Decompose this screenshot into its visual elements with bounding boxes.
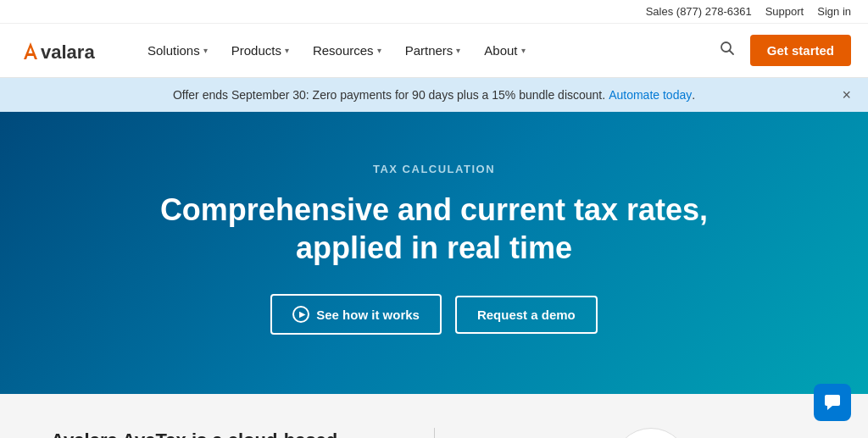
search-button[interactable] <box>715 36 740 65</box>
hero-buttons: ▶ See how it works Request a demo <box>270 294 598 335</box>
nav-about[interactable]: About ▾ <box>474 36 535 64</box>
logo-link[interactable]: valara <box>17 36 110 66</box>
play-circle-icon: ▶ <box>292 306 309 323</box>
svg-rect-1 <box>27 53 34 56</box>
hero-tag: TAX CALCULATION <box>373 163 495 175</box>
support-link[interactable]: Support <box>765 5 804 18</box>
below-hero-heading: Avalara AvaTax is a cloud-based sales an… <box>51 428 383 438</box>
promo-banner: Offer ends September 30: Zero payments f… <box>0 78 868 112</box>
nav-items: Solutions ▾ Products ▾ Resources ▾ Partn… <box>137 36 715 64</box>
products-chevron-icon: ▾ <box>285 46 289 55</box>
svg-marker-9 <box>827 406 832 410</box>
below-hero-right: EST 1957 JOLLY FARMER <box>486 428 818 438</box>
below-hero-divider <box>434 428 435 438</box>
banner-text: Offer ends September 30: Zero payments f… <box>173 88 605 102</box>
sales-phone: Sales (877) 278-6361 <box>646 5 752 18</box>
nav-products[interactable]: Products ▾ <box>221 36 299 64</box>
signin-link[interactable]: Sign in <box>817 5 851 18</box>
jolly-farmer-logo: EST 1957 JOLLY FARMER <box>613 428 689 438</box>
chat-button[interactable] <box>814 384 851 421</box>
below-hero-left: Avalara AvaTax is a cloud-based sales an… <box>51 428 383 438</box>
svg-text:valara: valara <box>41 42 95 63</box>
get-started-button[interactable]: Get started <box>750 35 851 66</box>
nav-partners[interactable]: Partners ▾ <box>395 36 471 64</box>
search-icon <box>720 41 735 56</box>
svg-rect-8 <box>825 395 840 406</box>
avalara-logo: valara <box>17 36 110 66</box>
svg-marker-0 <box>24 42 37 59</box>
partners-chevron-icon: ▾ <box>456 46 460 55</box>
hero-section: TAX CALCULATION Comprehensive and curren… <box>0 112 868 394</box>
hero-headline: Comprehensive and current tax rates, app… <box>146 191 722 267</box>
below-hero-section: Avalara AvaTax is a cloud-based sales an… <box>0 394 868 438</box>
solutions-chevron-icon: ▾ <box>203 46 208 55</box>
close-banner-button[interactable]: × <box>842 87 851 103</box>
see-how-it-works-button[interactable]: ▶ See how it works <box>270 294 442 335</box>
utility-bar: Sales (877) 278-6361 Support Sign in <box>0 0 868 24</box>
nav-resources[interactable]: Resources ▾ <box>303 36 392 64</box>
main-nav: valara Solutions ▾ Products ▾ Resources … <box>0 24 868 78</box>
svg-line-4 <box>729 51 733 55</box>
chat-icon <box>823 393 842 412</box>
automate-link[interactable]: Automate today <box>609 88 692 102</box>
resources-chevron-icon: ▾ <box>377 46 381 55</box>
banner-period: . <box>692 88 695 102</box>
about-chevron-icon: ▾ <box>521 46 526 55</box>
request-demo-button[interactable]: Request a demo <box>455 296 598 334</box>
nav-solutions[interactable]: Solutions ▾ <box>137 36 218 64</box>
nav-right: Get started <box>715 35 851 66</box>
